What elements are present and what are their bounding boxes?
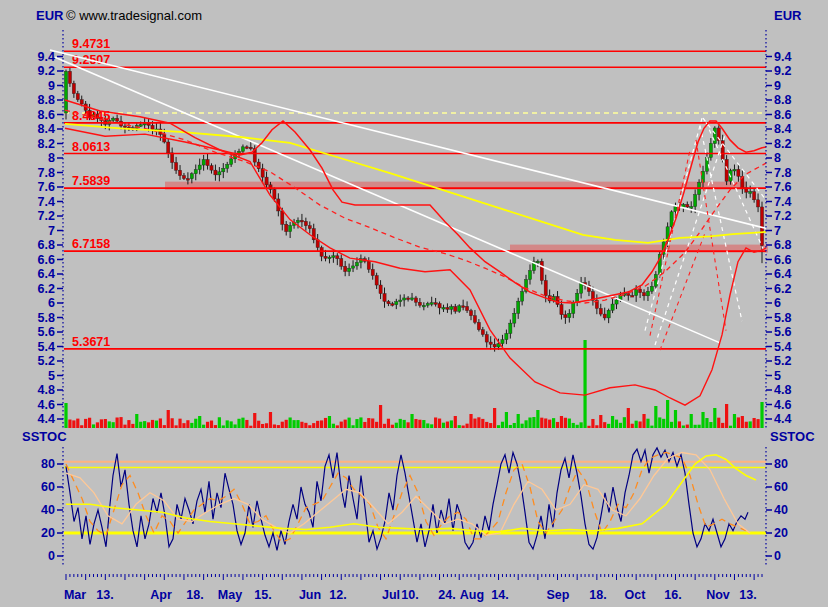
price-tick-label-left: 6.6: [38, 253, 55, 267]
candle-body: [694, 195, 697, 207]
candle-body: [178, 170, 181, 175]
candle-body: [300, 220, 303, 222]
candle-body: [123, 126, 126, 128]
volume-bar: [100, 419, 103, 428]
volume-bar: [442, 423, 445, 428]
volume-bar: [418, 420, 421, 428]
candle-body: [536, 261, 539, 263]
volume-bar: [532, 417, 535, 428]
candle-body: [395, 302, 398, 305]
candle-body: [210, 166, 213, 171]
volume-bar: [733, 414, 736, 428]
candle-body: [737, 169, 740, 176]
sr-label: 5.3671: [72, 335, 110, 349]
volume-bar: [351, 425, 354, 428]
candle-body: [72, 83, 75, 93]
date-label: Jun: [299, 588, 321, 602]
price-tick-label-left: 4.8: [38, 383, 55, 397]
candle-body: [182, 176, 185, 179]
price-tick-label-right: 5.2: [774, 354, 791, 368]
candle-body: [639, 289, 642, 292]
volume-bar: [289, 417, 292, 428]
volume-bar: [627, 408, 630, 428]
price-tick-label-right: 6.2: [774, 282, 791, 296]
candle-body: [151, 125, 154, 129]
candle-body: [426, 303, 429, 305]
price-tick-label-left: 6.4: [38, 267, 55, 281]
candle-body: [438, 303, 441, 307]
volume-bar: [328, 416, 331, 428]
candle-body: [430, 303, 433, 305]
candle-body: [340, 259, 343, 267]
candle-body: [422, 305, 425, 307]
volume-bar: [218, 417, 221, 428]
volume-bar: [348, 418, 351, 428]
candle-body: [517, 301, 520, 313]
price-tick-label-right: 7: [774, 224, 781, 238]
candle-body: [68, 71, 71, 83]
price-tick-label-right: 8.4: [774, 122, 791, 136]
candle-body: [328, 257, 331, 259]
volume-bar: [426, 423, 429, 428]
candle-body: [190, 174, 193, 179]
candle-body: [198, 165, 201, 170]
volume-bar: [304, 423, 307, 428]
volume-bar: [407, 422, 410, 428]
volume-bar: [320, 420, 323, 428]
volume-bar: [694, 425, 697, 428]
volume-bar: [544, 418, 547, 428]
volume-bar: [481, 419, 484, 428]
volume-bar: [674, 410, 677, 428]
candle-body: [202, 160, 205, 166]
volume-bar: [300, 422, 303, 428]
price-tick-label-right: 4.4: [774, 412, 791, 426]
candle-body: [528, 271, 531, 280]
volume-bar: [292, 420, 295, 428]
volume-bar: [745, 422, 748, 428]
candle-body: [139, 125, 142, 127]
volume-bar: [147, 422, 150, 428]
price-tick-label-left: 8: [48, 151, 55, 165]
volume-bar: [587, 426, 590, 428]
volume-bar: [84, 419, 87, 428]
sstoc-lines: [64, 448, 766, 550]
candle-body: [454, 307, 457, 312]
fan-line-red-dashed: [650, 150, 690, 336]
volume-bar: [96, 422, 99, 428]
candle-body: [725, 159, 728, 181]
volume-bar: [469, 414, 472, 428]
volume-bar: [709, 422, 712, 428]
candle-body: [64, 71, 67, 113]
candle-body: [226, 164, 229, 168]
volume-bar: [662, 419, 665, 428]
date-label: May: [218, 588, 242, 602]
candle-body: [650, 286, 653, 291]
sstoc-tick-label-left: 60: [41, 480, 55, 494]
price-tick-label-right: 7.2: [774, 209, 791, 223]
volume-bar: [599, 415, 602, 428]
date-label: 15.: [254, 588, 271, 602]
sstoc-tick-label-left: 80: [41, 457, 55, 471]
volume-bar: [332, 424, 335, 428]
volume-bar: [501, 422, 504, 428]
price-tick-label-left: 7.4: [38, 195, 55, 209]
price-tick-label-right: 8: [774, 151, 781, 165]
volume-bar: [312, 423, 315, 428]
candle-body: [568, 313, 571, 317]
volume-bar: [450, 420, 453, 428]
volume-bar: [619, 423, 622, 428]
volume-bar: [713, 408, 716, 428]
date-label: 24.: [438, 588, 455, 602]
candle-body: [442, 307, 445, 309]
candle-body: [465, 306, 468, 310]
candle-body: [218, 172, 221, 175]
price-tick-label-right: 7.6: [774, 180, 791, 194]
date-label: Apr: [150, 588, 172, 602]
volume-bar: [540, 418, 543, 428]
candle-body: [371, 269, 374, 275]
volume-bar: [403, 420, 406, 428]
price-tick-label-right: 5.4: [774, 340, 791, 354]
price-and-oscillator-chart[interactable]: 9.47319.25078.48458.06137.58396.71585.36…: [0, 0, 828, 607]
candle-body: [175, 163, 178, 171]
volume-bar: [658, 417, 661, 428]
